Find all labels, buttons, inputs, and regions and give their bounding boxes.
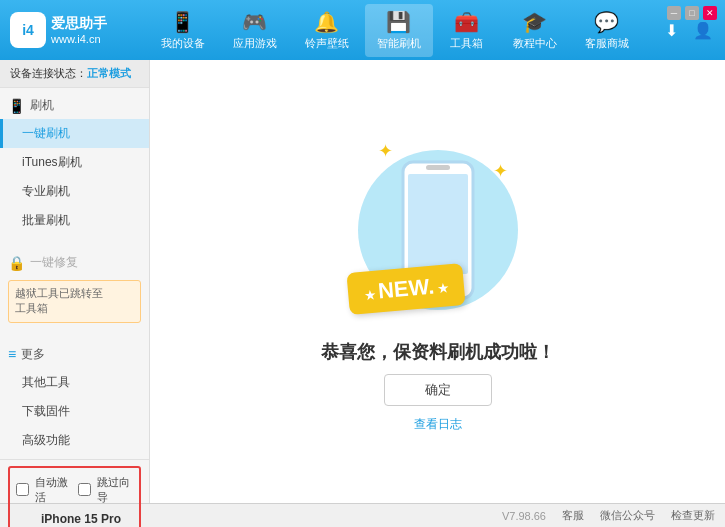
recovery-group-icon: 🔒: [8, 255, 25, 271]
auto-activate-label[interactable]: 自动激活: [35, 475, 72, 505]
recovery-group-header: 🔒 一键修复: [0, 249, 149, 276]
more-group-icon: ≡: [8, 346, 16, 362]
sidebar-footer: 自动激活 跳过向导 📱 iPhone 15 Pro Max 512GB iPho…: [0, 459, 149, 527]
nav-service[interactable]: 💬 客服商城: [573, 4, 641, 57]
sidebar-item-pro-flash[interactable]: 专业刷机: [0, 177, 149, 206]
auto-activate-row: 自动激活 跳过向导: [16, 472, 133, 508]
svg-rect-2: [426, 165, 450, 170]
smart-flash-label: 智能刷机: [377, 36, 421, 51]
sidebar-item-batch-flash[interactable]: 批量刷机: [0, 206, 149, 235]
tutorial-label: 教程中心: [513, 36, 557, 51]
device-name: iPhone 15 Pro Max: [41, 512, 133, 527]
nav-tutorial[interactable]: 🎓 教程中心: [501, 4, 569, 57]
success-panel: ✦ ✦ NEW. 恭喜您，保资料刷机成功啦！ 确定 查看日志: [321, 130, 555, 433]
device-row: 📱 iPhone 15 Pro Max 512GB iPhone: [16, 512, 133, 527]
device-options-box: 自动激活 跳过向导 📱 iPhone 15 Pro Max 512GB iPho…: [8, 466, 141, 527]
guide-label[interactable]: 跳过向导: [97, 475, 134, 505]
logo-icon: i4: [10, 12, 46, 48]
success-text: 恭喜您，保资料刷机成功啦！: [321, 340, 555, 364]
smart-flash-icon: 💾: [386, 10, 411, 34]
auto-activate-checkbox[interactable]: [16, 483, 29, 496]
toolbox-label: 工具箱: [450, 36, 483, 51]
logo-text: 爱思助手 www.i4.cn: [51, 14, 107, 46]
device-details: iPhone 15 Pro Max 512GB iPhone: [41, 512, 133, 527]
logo: i4 爱思助手 www.i4.cn: [10, 12, 130, 48]
sidebar-item-download-firmware[interactable]: 下载固件: [0, 397, 149, 426]
service-icon: 💬: [594, 10, 619, 34]
service-label: 客服商城: [585, 36, 629, 51]
sidebar-item-other-tools[interactable]: 其他工具: [0, 368, 149, 397]
app-body: 设备连接状态：正常模式 📱 刷机 一键刷机 iTunes刷机 专业刷机 批量刷机…: [0, 60, 725, 503]
close-button[interactable]: ✕: [703, 6, 717, 20]
sidebar-item-one-click-flash[interactable]: 一键刷机: [0, 119, 149, 148]
log-link[interactable]: 查看日志: [414, 416, 462, 433]
more-section: ≡ 更多 其他工具 下载固件 高级功能: [0, 337, 149, 459]
flash-section: 📱 刷机 一键刷机 iTunes刷机 专业刷机 批量刷机: [0, 88, 149, 239]
recovery-group-label: 一键修复: [30, 254, 78, 271]
nav-bar: 📱 我的设备 🎮 应用游戏 🔔 铃声壁纸 💾 智能刷机 🧰 工具箱 🎓: [130, 4, 659, 57]
phone-illustration: ✦ ✦ NEW.: [348, 130, 528, 330]
main-content: ✦ ✦ NEW. 恭喜您，保资料刷机成功啦！ 确定 查看日志: [150, 60, 725, 503]
svg-rect-1: [408, 174, 468, 274]
more-group-label: 更多: [21, 346, 45, 363]
confirm-button[interactable]: 确定: [384, 374, 492, 406]
footer-check-update[interactable]: 检查更新: [671, 508, 715, 523]
sparkle-1: ✦: [493, 160, 508, 182]
nav-apps-games[interactable]: 🎮 应用游戏: [221, 4, 289, 57]
more-group-header: ≡ 更多: [0, 341, 149, 368]
apps-games-label: 应用游戏: [233, 36, 277, 51]
nav-ringtones[interactable]: 🔔 铃声壁纸: [293, 4, 361, 57]
footer-version: V7.98.66: [502, 510, 546, 522]
guide-checkbox[interactable]: [78, 483, 91, 496]
my-device-icon: 📱: [170, 10, 195, 34]
flash-group-label: 刷机: [30, 97, 54, 114]
toolbox-icon: 🧰: [454, 10, 479, 34]
download-button[interactable]: ⬇: [659, 18, 683, 42]
footer-wechat[interactable]: 微信公众号: [600, 508, 655, 523]
sparkle-2: ✦: [378, 140, 393, 162]
footer-customer-service[interactable]: 客服: [562, 508, 584, 523]
my-device-label: 我的设备: [161, 36, 205, 51]
maximize-button[interactable]: □: [685, 6, 699, 20]
app-header: i4 爱思助手 www.i4.cn 📱 我的设备 🎮 应用游戏 🔔 铃声壁纸 💾…: [0, 0, 725, 60]
sidebar: 设备连接状态：正常模式 📱 刷机 一键刷机 iTunes刷机 专业刷机 批量刷机…: [0, 60, 150, 503]
flash-group-header: 📱 刷机: [0, 92, 149, 119]
recovery-notice: 越狱工具已跳转至工具箱: [8, 280, 141, 323]
user-button[interactable]: 👤: [691, 18, 715, 42]
nav-my-device[interactable]: 📱 我的设备: [149, 4, 217, 57]
sidebar-item-itunes-flash[interactable]: iTunes刷机: [0, 148, 149, 177]
nav-toolbox[interactable]: 🧰 工具箱: [437, 4, 497, 57]
ringtones-label: 铃声壁纸: [305, 36, 349, 51]
ringtones-icon: 🔔: [314, 10, 339, 34]
nav-smart-flash[interactable]: 💾 智能刷机: [365, 4, 433, 57]
header-right: ⬇ 👤: [659, 18, 715, 42]
flash-group-icon: 📱: [8, 98, 25, 114]
apps-games-icon: 🎮: [242, 10, 267, 34]
tutorial-icon: 🎓: [522, 10, 547, 34]
recovery-section: 🔒 一键修复 越狱工具已跳转至工具箱: [0, 245, 149, 331]
sidebar-item-advanced[interactable]: 高级功能: [0, 426, 149, 455]
status-bar: 设备连接状态：正常模式: [0, 60, 149, 88]
minimize-button[interactable]: ─: [667, 6, 681, 20]
